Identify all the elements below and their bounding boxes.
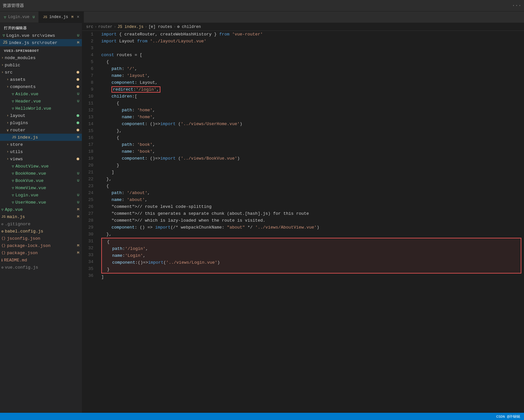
folder-icon: ›: [7, 85, 9, 89]
tab-close-btn[interactable]: ×: [77, 14, 79, 20]
line-number: 33: [82, 252, 99, 258]
code-line: name: 'layout',: [101, 72, 521, 79]
tree-item-label: index.js: [17, 135, 77, 140]
tree-item-22[interactable]: JSmain.jsM: [0, 213, 82, 220]
tree-item-3[interactable]: ›assets: [0, 76, 82, 83]
code-line: {: [101, 183, 521, 189]
tree-item-label: components: [10, 84, 77, 89]
open-file-item-1[interactable]: JSindex.js src\routerM: [0, 39, 82, 46]
tree-item-0[interactable]: ›node_modules: [0, 54, 82, 61]
project-root-title: VUE3-SPRINGBOOT: [0, 46, 82, 54]
tree-item-21[interactable]: ▽App.vueM: [0, 206, 82, 213]
tree-item-24[interactable]: ⚙babel.config.js: [0, 228, 82, 235]
tree-badge: U: [77, 193, 79, 197]
folder-open-icon: ∨: [7, 128, 9, 132]
tab-badge: U: [33, 15, 35, 19]
code-line: import Layout from '../layout/Layout.vue…: [101, 38, 521, 45]
top-bar-dots[interactable]: ···: [512, 3, 521, 9]
folder-icon: ›: [7, 143, 9, 146]
status-text: CSDN @许锅锅: [496, 414, 520, 419]
babel-icon: ⚙: [1, 229, 4, 233]
tree-item-9[interactable]: ›plugins: [0, 119, 82, 126]
tab-label: index.js: [49, 15, 68, 19]
tree-item-13[interactable]: ›utils: [0, 148, 82, 155]
tree-badge: M: [77, 135, 79, 139]
line-number: 35: [82, 265, 99, 272]
editor-area: src›router›JS index.js›[e] routes›⚙ chil…: [82, 23, 524, 413]
tree-item-28[interactable]: ℹREADME.md: [0, 256, 82, 264]
tree-item-14[interactable]: ›views: [0, 155, 82, 163]
code-content[interactable]: import { createRouter, createWebHashHist…: [99, 31, 524, 413]
tree-item-label: BookHome.vue: [15, 171, 77, 176]
tree-item-7[interactable]: ▽HelloWorld.vue: [0, 105, 82, 112]
tree-item-6[interactable]: ▽Header.vueU: [0, 98, 82, 105]
breadcrumb-part: JS index.js: [117, 25, 143, 29]
folder-icon: ›: [1, 56, 4, 60]
vue-icon: ▽: [1, 208, 4, 212]
line-number: 25: [82, 196, 99, 203]
tree-item-label: Login.vue: [15, 193, 77, 198]
tree-item-1[interactable]: ›public: [0, 61, 82, 69]
line-number: 3: [82, 45, 99, 52]
tree-badge: U: [77, 171, 79, 175]
line-number: 1: [82, 31, 99, 38]
code-container[interactable]: 1234567891011121314151617181920212223242…: [82, 31, 524, 413]
tree-item-10[interactable]: ∨router: [0, 126, 82, 134]
code-line: "comment">// this generates a separate c…: [101, 210, 521, 217]
tree-item-20[interactable]: ▽UserHome.vueU: [0, 199, 82, 206]
line-number: 31: [82, 238, 99, 245]
tab-index-js[interactable]: JSindex.jsM×: [39, 11, 83, 23]
tree-badge: M: [77, 208, 79, 211]
open-file-item-0[interactable]: ▽Login.vue src\viewsU: [0, 32, 82, 39]
info-icon: ℹ: [1, 258, 3, 262]
tree-item-label: node_modules: [5, 55, 82, 60]
js-icon: JS: [12, 135, 16, 139]
index-js-icon: JS: [43, 15, 47, 19]
code-line: {: [101, 134, 521, 141]
vue-icon: ▽: [12, 186, 14, 190]
line-number: 32: [82, 245, 99, 252]
tree-item-25[interactable]: {}jsconfig.json: [0, 235, 82, 242]
tree-item-8[interactable]: ›layout: [0, 112, 82, 119]
code-line: },: [101, 231, 521, 238]
code-line: name: 'about',: [101, 196, 521, 203]
status-bar: CSDN @许锅锅: [0, 413, 524, 420]
tree-item-16[interactable]: ▽BookHome.vueU: [0, 170, 82, 177]
tree-item-5[interactable]: ▽Aside.vueU: [0, 90, 82, 98]
tab-login-vue[interactable]: ▽Login.vueU: [0, 11, 39, 23]
tree-badge: U: [77, 179, 79, 183]
open-editors-title: 打开的编辑器: [0, 23, 82, 32]
tree-item-11[interactable]: JSindex.jsM: [0, 134, 82, 141]
tree-item-4[interactable]: ›components: [0, 83, 82, 90]
line-number: 15: [82, 127, 99, 134]
tree-item-17[interactable]: ▽BookVue.vueU: [0, 177, 82, 184]
tree-item-19[interactable]: ▽Login.vueU: [0, 191, 82, 199]
tree-item-18[interactable]: ▽HomeView.vue: [0, 184, 82, 191]
tree-item-12[interactable]: ›store: [0, 141, 82, 148]
code-line: ]: [101, 274, 521, 280]
line-numbers: 1234567891011121314151617181920212223242…: [82, 31, 99, 413]
code-line: children:[: [101, 93, 521, 100]
tree-item-27[interactable]: {}package.jsonM: [0, 249, 82, 256]
vue-icon: ▽: [12, 179, 14, 183]
git-icon: ⊘: [1, 222, 4, 226]
tree-item-label: package.json: [7, 251, 77, 255]
tree-item-23[interactable]: ⊘.gitignore: [0, 220, 82, 228]
json-icon: {}: [1, 251, 6, 255]
line-number: 9: [82, 86, 99, 93]
tree-item-26[interactable]: {}package-lock.jsonM: [0, 242, 82, 249]
tree-item-15[interactable]: ▽AboutView.vue: [0, 163, 82, 170]
tree-item-label: layout: [10, 113, 77, 118]
line-number: 8: [82, 79, 99, 86]
vue-icon: ▽: [12, 164, 14, 168]
vue-icon: ▽: [12, 193, 14, 197]
tree-item-label: src: [5, 70, 77, 75]
line-number: 19: [82, 155, 99, 162]
tree-item-label: views: [10, 157, 77, 162]
breadcrumb-part: [e] routes: [149, 25, 172, 29]
tree-item-29[interactable]: ⚙vue.config.js: [0, 264, 82, 271]
tree-item-2[interactable]: ›src: [0, 69, 82, 76]
code-line: name: 'home',: [101, 114, 521, 121]
vue-icon: ▽: [12, 171, 14, 176]
breadcrumb-part: ›: [114, 25, 116, 29]
